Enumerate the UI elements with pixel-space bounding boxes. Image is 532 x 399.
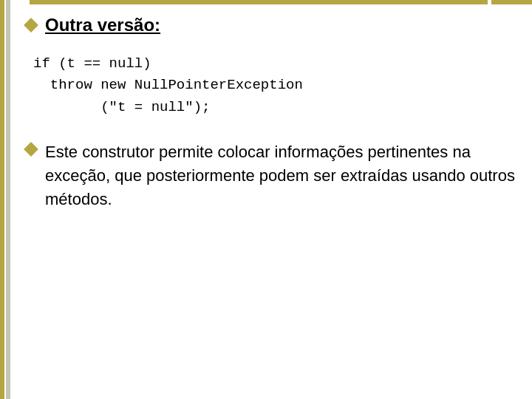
code-block: if (t == null) throw new NullPointerExce… xyxy=(33,53,517,118)
section-title: Outra versão: xyxy=(45,15,160,35)
description-bullet-icon xyxy=(24,142,38,157)
code-line-3: ("t = null"); xyxy=(33,97,517,118)
side-decoration xyxy=(0,0,13,399)
section-title-container: Outra versão: xyxy=(26,15,517,35)
side-bar-primary xyxy=(0,0,4,399)
description-container: Este construtor permite colocar informaç… xyxy=(26,140,517,211)
code-line-2: throw new NullPointerException xyxy=(33,75,517,96)
side-bar-secondary xyxy=(6,0,10,399)
top-decoration-bar xyxy=(30,0,488,4)
code-line-1: if (t == null) xyxy=(33,53,517,75)
description-text: Este construtor permite colocar informaç… xyxy=(45,140,517,211)
top-decoration-right-bar xyxy=(491,0,532,4)
main-content: Outra versão: if (t == null) throw new N… xyxy=(26,15,517,384)
diamond-bullet-icon xyxy=(24,18,38,33)
